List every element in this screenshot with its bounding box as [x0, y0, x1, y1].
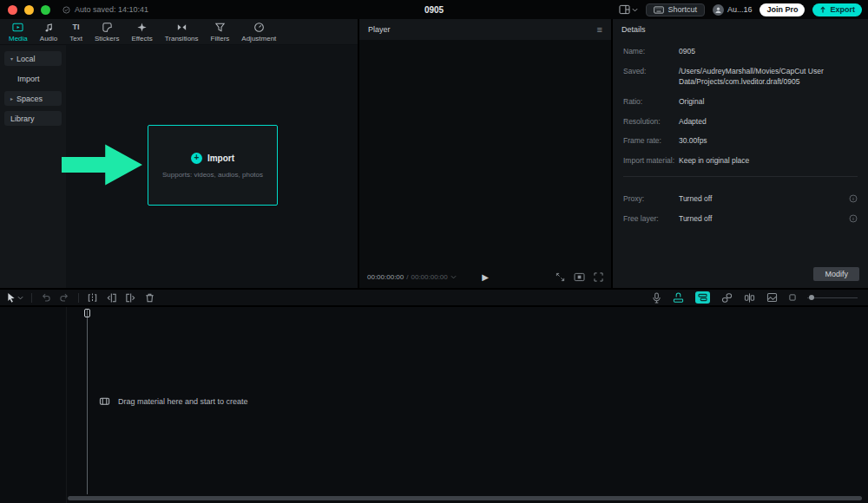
chevron-down-icon: [632, 8, 638, 12]
join-pro-button[interactable]: Join Pro: [760, 3, 805, 16]
shortcut-label: Shortcut: [667, 5, 697, 14]
timecode: 00:00:00:00 / 00:00:00:00: [367, 273, 457, 281]
layout-panels-icon: [619, 4, 630, 15]
total-time: 00:00:00:00: [411, 273, 448, 281]
duration-chevron-icon[interactable]: [450, 275, 457, 279]
tab-label: Media: [9, 35, 28, 42]
media-sidebar: ▾ Local Import ▸ Spaces Library: [0, 45, 66, 288]
player-menu-icon[interactable]: ≡: [597, 24, 602, 35]
detail-value: Keep in original place: [679, 156, 749, 167]
detail-value: /Users/AudreyMarshall/Movies/CapCut User…: [679, 67, 858, 88]
chevron-down-icon: [17, 296, 23, 300]
import-dropzone[interactable]: + Import Supports: videos, audios, photo…: [148, 125, 278, 206]
play-button[interactable]: ▶: [482, 272, 489, 282]
player-view-controls: [556, 272, 603, 282]
timeline-horizontal-scrollbar[interactable]: [68, 496, 862, 500]
transitions-icon: [176, 22, 187, 33]
main-track-magnet-toggle[interactable]: [673, 292, 684, 304]
filters-icon: [214, 22, 226, 33]
media-strip-icon: [99, 395, 110, 407]
track-gutter-divider: [66, 307, 67, 503]
detail-label: Resolution:: [623, 117, 679, 127]
cover-toggle[interactable]: [766, 292, 778, 303]
zoom-window-button[interactable]: [41, 5, 50, 15]
timeline-area[interactable]: Drag material here and start to create: [0, 307, 868, 503]
details-panel: Details Name: 0905 Saved: /Users/AudreyM…: [613, 19, 868, 288]
sidebar-item-label: Local: [16, 55, 36, 63]
split-button[interactable]: [87, 292, 98, 304]
modify-button[interactable]: Modify: [813, 267, 859, 281]
adjustment-icon: [253, 22, 265, 33]
slider-knob[interactable]: [809, 295, 814, 300]
timeline-zoom-slider[interactable]: [807, 297, 858, 298]
tab-media[interactable]: Media: [3, 22, 34, 42]
player-canvas: 00:00:00:00 / 00:00:00:00 ▶: [359, 40, 611, 288]
detail-label: Frame rate:: [623, 136, 679, 147]
detail-label: Ratio:: [623, 97, 679, 108]
record-voiceover-button[interactable]: [652, 292, 661, 304]
layout-switcher-button[interactable]: [619, 4, 638, 15]
details-rows: Name: 0905 Saved: /Users/AudreyMarshall/…: [613, 40, 868, 176]
media-body: ▾ Local Import ▸ Spaces Library: [0, 45, 358, 288]
delete-button[interactable]: [144, 292, 155, 304]
zoom-out-icon[interactable]: [789, 294, 796, 301]
toolbar-divider: [78, 293, 79, 303]
avatar: [713, 4, 724, 16]
tab-adjustment[interactable]: Adjustment: [235, 22, 282, 42]
sidebar-item-local[interactable]: ▾ Local: [4, 51, 62, 66]
info-icon[interactable]: [849, 214, 858, 225]
minimize-window-button[interactable]: [24, 5, 34, 15]
player-controls: 00:00:00:00 / 00:00:00:00 ▶: [359, 265, 611, 288]
delete-right-button[interactable]: [125, 292, 136, 304]
sidebar-item-import[interactable]: Import: [4, 71, 62, 86]
details-header: Details: [613, 19, 868, 40]
tab-text[interactable]: TI Text: [63, 22, 89, 42]
detail-label: Proxy:: [623, 194, 679, 205]
playhead-handle[interactable]: [84, 309, 90, 317]
delete-left-button[interactable]: [106, 292, 117, 304]
export-label: Export: [830, 5, 855, 14]
tab-label: Effects: [131, 35, 152, 42]
undo-button[interactable]: [40, 292, 51, 304]
preview-axis-toggle[interactable]: [744, 292, 755, 304]
tab-label: Audio: [40, 35, 57, 42]
detail-row-resolution: Resolution: Adapted: [623, 117, 858, 127]
info-icon[interactable]: [849, 194, 858, 205]
autosave-status: Auto saved: 14:10:41: [62, 5, 148, 14]
fullscreen-icon[interactable]: [594, 272, 603, 282]
sidebar-item-spaces[interactable]: ▸ Spaces: [4, 91, 62, 106]
detail-row-proxy: Proxy: Turned off: [623, 194, 858, 205]
account-button[interactable]: Au...16: [713, 4, 753, 16]
account-label: Au...16: [727, 5, 753, 14]
timeline-empty-hint: Drag material here and start to create: [99, 395, 248, 407]
titlebar: Auto saved: 14:10:41 0905 Shortcut: [0, 0, 868, 19]
select-tool-button[interactable]: [7, 292, 23, 303]
player-panel: Player ≡ 00:00:00:00 / 00:00:00:00 ▶: [359, 19, 611, 288]
tab-filters[interactable]: Filters: [205, 22, 236, 42]
annotation-arrow: [62, 140, 142, 189]
redo-button[interactable]: [59, 292, 70, 304]
fit-icon[interactable]: [556, 272, 565, 282]
media-icon: [12, 22, 23, 33]
timeline-tools-left: [7, 292, 155, 304]
join-pro-label: Join Pro: [766, 5, 798, 14]
triangle-down-icon: ▾: [10, 56, 13, 62]
window-controls: [0, 5, 50, 15]
tab-stickers[interactable]: Stickers: [89, 22, 125, 42]
player-header: Player ≡: [359, 19, 611, 40]
export-button[interactable]: Export: [812, 3, 862, 16]
sidebar-item-library[interactable]: Library: [4, 111, 62, 126]
shortcut-button[interactable]: Shortcut: [646, 3, 705, 16]
auto-snap-toggle[interactable]: [695, 291, 710, 304]
autosave-check-icon: [62, 6, 70, 14]
toolbar-divider: [31, 293, 32, 303]
link-toggle[interactable]: [721, 292, 733, 304]
tab-label: Filters: [211, 35, 230, 42]
close-window-button[interactable]: [8, 5, 17, 15]
detail-value: 0905: [679, 47, 695, 57]
ratio-icon[interactable]: [574, 272, 585, 282]
tab-transitions[interactable]: Transitions: [159, 22, 205, 42]
tab-effects[interactable]: Effects: [125, 22, 158, 42]
tab-audio[interactable]: Audio: [34, 22, 63, 42]
main-area: Media Audio TI Text Stickers: [0, 19, 868, 288]
